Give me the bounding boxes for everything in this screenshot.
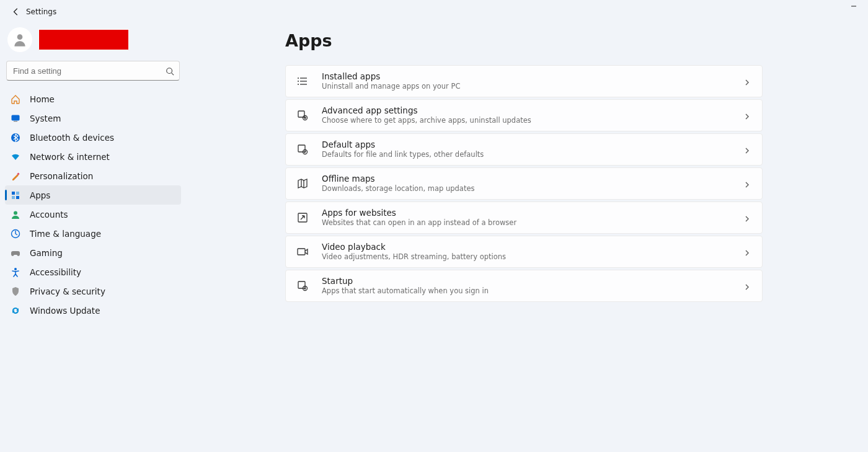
title-row: Settings — [0, 0, 868, 24]
card-title: Installed apps — [322, 71, 743, 82]
window-title: Settings — [26, 7, 56, 16]
sidebar-nav: Home System Bluetooth & devices Network … — [5, 89, 181, 320]
svg-point-12 — [14, 211, 17, 215]
sidebar-item-label: Privacy & security — [30, 286, 105, 296]
page-title: Apps — [285, 31, 868, 50]
default-apps-icon — [296, 143, 309, 156]
back-button[interactable] — [10, 6, 22, 18]
sidebar-item-time-language[interactable]: Time & language — [5, 224, 181, 243]
svg-point-1 — [17, 34, 23, 40]
svg-rect-27 — [298, 281, 305, 288]
svg-rect-8 — [12, 192, 15, 195]
card-sub: Defaults for file and link types, other … — [322, 150, 743, 159]
system-icon — [10, 113, 21, 124]
sidebar-item-personalization[interactable]: Personalization — [5, 166, 181, 185]
svg-rect-5 — [14, 121, 17, 122]
chevron-right-icon — [743, 145, 752, 154]
card-list: Installed apps Uninstall and manage apps… — [285, 65, 763, 302]
sidebar-item-system[interactable]: System — [5, 109, 181, 128]
sidebar-item-label: Accessibility — [30, 267, 81, 277]
card-startup[interactable]: Startup Apps that start automatically wh… — [285, 270, 763, 302]
svg-point-14 — [14, 268, 17, 270]
card-advanced-app-settings[interactable]: Advanced app settings Choose where to ge… — [285, 99, 763, 131]
svg-rect-11 — [16, 196, 19, 199]
card-title: Advanced app settings — [322, 105, 743, 116]
svg-line-3 — [172, 73, 174, 76]
advanced-app-settings-icon — [296, 109, 309, 122]
installed-apps-icon — [296, 74, 309, 88]
search-box[interactable] — [6, 61, 180, 81]
startup-icon — [296, 279, 309, 293]
sidebar-item-label: Bluetooth & devices — [30, 133, 114, 143]
svg-rect-9 — [16, 192, 19, 195]
gaming-icon — [10, 247, 21, 259]
chevron-right-icon — [743, 77, 752, 86]
apps-for-websites-icon — [296, 211, 309, 224]
sidebar-item-label: Accounts — [30, 210, 68, 219]
sidebar-item-label: Network & internet — [30, 152, 110, 162]
card-sub: Apps that start automatically when you s… — [322, 286, 743, 295]
search-icon — [166, 66, 174, 75]
accounts-icon — [10, 209, 21, 220]
windows-update-icon — [10, 305, 21, 316]
card-offline-maps[interactable]: Offline maps Downloads, storage location… — [285, 167, 763, 200]
profile-block[interactable] — [5, 24, 181, 60]
sidebar-item-label: Home — [30, 94, 55, 104]
sidebar-item-label: Apps — [30, 190, 50, 200]
card-title: Video playback — [322, 242, 743, 252]
avatar — [7, 27, 32, 52]
redacted-user-name — [38, 29, 129, 50]
sidebar-item-accounts[interactable]: Accounts — [5, 205, 181, 224]
sidebar-item-label: Personalization — [30, 171, 93, 181]
accessibility-icon — [10, 267, 21, 278]
card-title: Offline maps — [322, 174, 743, 184]
svg-point-2 — [167, 68, 172, 74]
chevron-right-icon — [743, 111, 752, 120]
svg-rect-4 — [12, 115, 19, 120]
search-input[interactable] — [7, 61, 179, 80]
card-sub: Choose where to get apps, archive apps, … — [322, 116, 743, 125]
card-sub: Video adjustments, HDR streaming, batter… — [322, 252, 743, 261]
time-language-icon — [10, 228, 21, 239]
privacy-icon — [10, 286, 21, 297]
chevron-right-icon — [743, 247, 752, 256]
sidebar-item-apps[interactable]: Apps — [5, 185, 181, 205]
home-icon — [10, 94, 21, 105]
svg-rect-10 — [12, 196, 15, 199]
chevron-right-icon — [743, 179, 752, 188]
chevron-right-icon — [743, 213, 752, 222]
svg-rect-26 — [298, 249, 305, 255]
card-sub: Websites that can open in an app instead… — [322, 218, 743, 227]
video-playback-icon — [296, 245, 309, 259]
chevron-right-icon — [743, 281, 752, 290]
sidebar-item-label: Time & language — [30, 229, 101, 239]
card-default-apps[interactable]: Default apps Defaults for file and link … — [285, 133, 763, 166]
card-video-playback[interactable]: Video playback Video adjustments, HDR st… — [285, 236, 763, 268]
svg-rect-23 — [298, 145, 305, 152]
personalization-icon — [10, 171, 21, 182]
sidebar-item-gaming[interactable]: Gaming — [5, 243, 181, 262]
card-apps-for-websites[interactable]: Apps for websites Websites that can open… — [285, 202, 763, 234]
sidebar-item-label: Windows Update — [30, 306, 100, 316]
sidebar-item-privacy[interactable]: Privacy & security — [5, 281, 181, 301]
sidebar-item-network[interactable]: Network & internet — [5, 147, 181, 166]
card-sub: Uninstall and manage apps on your PC — [322, 82, 743, 91]
offline-maps-icon — [296, 177, 309, 190]
apps-icon — [10, 190, 21, 201]
window-controls — [839, 0, 868, 12]
card-title: Default apps — [322, 140, 743, 150]
sidebar-item-accessibility[interactable]: Accessibility — [5, 262, 181, 281]
network-icon — [10, 151, 21, 162]
card-sub: Downloads, storage location, map updates — [322, 184, 743, 193]
card-title: Apps for websites — [322, 208, 743, 218]
card-title: Startup — [322, 276, 743, 286]
minimize-button[interactable] — [839, 0, 868, 12]
sidebar-item-label: Gaming — [30, 248, 63, 258]
bluetooth-icon — [10, 132, 21, 143]
card-installed-apps[interactable]: Installed apps Uninstall and manage apps… — [285, 65, 763, 97]
main-content: Apps Installed apps Uninstall and manage… — [186, 24, 868, 452]
sidebar-item-windows-update[interactable]: Windows Update — [5, 301, 181, 320]
sidebar-item-home[interactable]: Home — [5, 89, 181, 109]
sidebar-item-bluetooth[interactable]: Bluetooth & devices — [5, 128, 181, 147]
sidebar-item-label: System — [30, 113, 61, 123]
